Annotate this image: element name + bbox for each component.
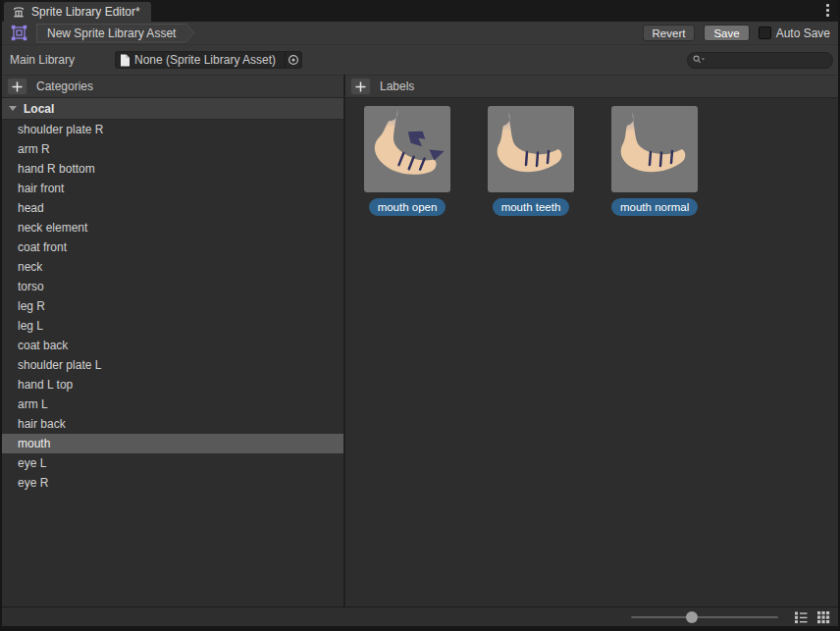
category-label: shoulder plate L: [18, 358, 101, 372]
category-list-item[interactable]: hand R bottom: [2, 159, 343, 179]
category-label: eye R: [18, 476, 48, 490]
category-list-item[interactable]: neck element: [2, 218, 343, 237]
category-list-item[interactable]: eye L: [2, 453, 343, 473]
category-list-item[interactable]: arm L: [2, 394, 343, 414]
sprite-thumbnail[interactable]: [364, 106, 450, 192]
sprite-label-text: mouth normal: [620, 201, 689, 213]
grid-view-icon[interactable]: [815, 609, 831, 625]
category-list-item[interactable]: shoulder plate L: [2, 355, 343, 375]
sprite-label-pill[interactable]: mouth teeth: [493, 198, 570, 216]
breadcrumb-new-sprite-library-asset[interactable]: New Sprite Library Asset: [37, 25, 193, 42]
search-box[interactable]: [687, 52, 833, 69]
labels-body: mouth open mouth te: [345, 98, 838, 606]
jaw-sprite-image: [611, 106, 698, 192]
category-label: torso: [18, 280, 44, 293]
category-list-item[interactable]: coat back: [2, 336, 343, 355]
asset-file-icon: [120, 54, 131, 67]
auto-save-label: Auto Save: [776, 26, 830, 40]
main-library-row: Main Library None (Sprite Library Asset): [2, 45, 838, 75]
search-input[interactable]: [708, 53, 826, 68]
sprite-library-editor-window: Sprite Library Editor* New Sprite Librar…: [2, 0, 838, 626]
category-label: mouth: [18, 437, 50, 450]
library-icon: [12, 5, 26, 19]
category-label: arm R: [18, 142, 50, 156]
category-list-item[interactable]: head: [2, 198, 343, 218]
add-category-button[interactable]: [7, 78, 27, 95]
labels-header: Labels: [345, 75, 838, 98]
revert-button[interactable]: Revert: [643, 25, 696, 41]
category-list-item[interactable]: shoulder plate R: [2, 120, 343, 139]
sprite-label-pill[interactable]: mouth normal: [611, 198, 698, 216]
auto-save-checkbox[interactable]: [759, 26, 771, 39]
category-list: shoulder plate R arm R hand R bottom hai…: [2, 120, 343, 493]
object-field-value: None (Sprite Library Asset): [134, 53, 285, 67]
category-label: arm L: [18, 397, 48, 411]
category-label: neck: [18, 260, 42, 274]
jaw-sprite-image: [364, 106, 450, 192]
sprite-thumbnail[interactable]: [488, 106, 574, 192]
sprite-label-cell[interactable]: mouth normal: [611, 106, 698, 216]
category-label: hair back: [18, 417, 66, 431]
sprite-label-cell[interactable]: mouth open: [364, 106, 450, 216]
sprite-thumbnail[interactable]: [611, 106, 698, 192]
sprite-label-text: mouth teeth: [501, 201, 561, 213]
panels: Categories Local shoulder plate R arm R …: [2, 75, 838, 606]
labels-panel: Labels: [345, 75, 838, 606]
category-list-item[interactable]: eye R: [2, 473, 343, 493]
labels-title: Labels: [380, 79, 414, 93]
foldout-arrow-icon: [9, 106, 17, 111]
category-list-item[interactable]: arm R: [2, 139, 343, 159]
search-icon[interactable]: [693, 55, 706, 65]
main-library-object-field[interactable]: None (Sprite Library Asset): [115, 51, 302, 69]
add-label-button[interactable]: [350, 78, 371, 95]
category-list-item[interactable]: hand L top: [2, 375, 343, 394]
thumbnail-size-slider-thumb[interactable]: [686, 611, 698, 623]
tab-sprite-library-editor[interactable]: Sprite Library Editor*: [4, 2, 151, 22]
category-label: hair front: [18, 182, 64, 195]
save-button[interactable]: Save: [704, 25, 749, 41]
tab-strip: Sprite Library Editor*: [2, 0, 838, 22]
object-picker-icon[interactable]: [285, 52, 301, 68]
category-list-item[interactable]: leg R: [2, 296, 343, 316]
category-list-item[interactable]: coat front: [2, 237, 343, 257]
sprite-label-pill[interactable]: mouth open: [369, 198, 446, 216]
categories-list-body: Local shoulder plate R arm R hand R bott…: [2, 98, 343, 606]
categories-header: Categories: [2, 75, 343, 98]
category-label: leg R: [18, 299, 45, 313]
slider-track[interactable]: [631, 616, 778, 618]
bottom-bar: [2, 606, 838, 626]
labels-grid: mouth open mouth te: [345, 98, 838, 216]
category-label: neck element: [18, 221, 87, 235]
category-list-item[interactable]: mouth: [2, 434, 343, 453]
category-list-item[interactable]: neck: [2, 257, 343, 277]
categories-title: Categories: [36, 79, 93, 93]
kebab-menu-icon[interactable]: [826, 4, 829, 17]
local-foldout-label: Local: [24, 102, 54, 116]
category-label: coat front: [18, 240, 67, 254]
category-label: head: [18, 201, 44, 215]
category-list-item[interactable]: torso: [2, 277, 343, 296]
jaw-sprite-image: [488, 106, 574, 192]
breadcrumb: New Sprite Library Asset: [36, 24, 194, 43]
category-list-item[interactable]: hair front: [2, 179, 343, 198]
local-foldout[interactable]: Local: [2, 98, 343, 120]
sprite-label-text: mouth open: [378, 201, 438, 213]
sprite-label-cell[interactable]: mouth teeth: [488, 106, 574, 216]
category-label: leg L: [18, 319, 43, 333]
thumbnail-size-slider[interactable]: [631, 610, 778, 624]
category-label: shoulder plate R: [18, 123, 103, 136]
category-label: hand R bottom: [18, 162, 95, 176]
main-library-label: Main Library: [10, 53, 115, 67]
category-label: hand L top: [18, 378, 73, 392]
sprite-asset-icon: [11, 25, 27, 41]
category-label: coat back: [18, 339, 68, 352]
categories-panel: Categories Local shoulder plate R arm R …: [2, 75, 345, 606]
category-label: eye L: [18, 456, 46, 470]
tab-title: Sprite Library Editor*: [31, 5, 140, 19]
toolbar: New Sprite Library Asset Revert Save Aut…: [2, 22, 838, 45]
category-list-item[interactable]: leg L: [2, 316, 343, 336]
list-view-icon[interactable]: [793, 609, 809, 625]
category-list-item[interactable]: hair back: [2, 414, 343, 434]
